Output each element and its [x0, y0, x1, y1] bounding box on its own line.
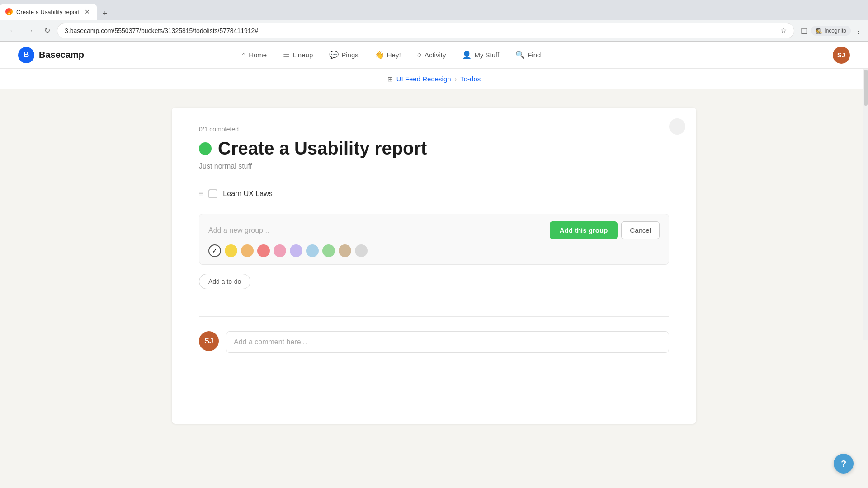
- add-group-input[interactable]: [208, 226, 544, 235]
- scrollbar-thumb[interactable]: [864, 70, 868, 106]
- find-icon: 🔍: [515, 50, 525, 60]
- help-button[interactable]: ?: [834, 454, 854, 474]
- breadcrumb-section-link[interactable]: To-dos: [460, 75, 481, 83]
- comment-placeholder: Add a comment here...: [234, 338, 307, 346]
- home-icon: ⌂: [241, 51, 246, 60]
- tab-title: Create a Usability report: [16, 9, 80, 15]
- pings-icon: 💬: [329, 50, 339, 60]
- browser-controls: ← → ↻ 3.basecamp.com/5550377/buckets/313…: [0, 20, 868, 42]
- add-group-form: Add this group Cancel ✓: [199, 214, 669, 265]
- nav-home[interactable]: ⌂ Home: [233, 47, 275, 63]
- nav-home-label: Home: [249, 51, 267, 59]
- nav-hey-label: Hey!: [387, 51, 401, 59]
- logo-text: Basecamp: [39, 50, 84, 60]
- scrollbar[interactable]: [863, 69, 868, 340]
- page-title: Create a Usability report: [218, 138, 427, 159]
- cancel-button[interactable]: Cancel: [621, 221, 660, 239]
- incognito-icon: 🕵: [816, 28, 822, 34]
- table-row: ≡ Learn UX Laws: [199, 185, 669, 203]
- my-stuff-icon: 👤: [462, 50, 472, 60]
- add-group-buttons: Add this group Cancel: [550, 221, 660, 239]
- nav-links: ⌂ Home ☰ Lineup 💬 Pings 👋 Hey! ○ Activit…: [233, 47, 549, 63]
- comment-section: SJ Add a comment here...: [199, 316, 669, 353]
- color-swatch-orange[interactable]: [241, 244, 254, 257]
- lineup-icon: ☰: [283, 50, 290, 60]
- nav-find-label: Find: [528, 51, 541, 59]
- breadcrumb-area: ⊞ UI Feed Redesign › To-dos: [0, 69, 868, 89]
- nav-my-stuff-label: My Stuff: [474, 51, 499, 59]
- new-tab-button[interactable]: +: [99, 7, 111, 20]
- active-tab[interactable]: 🔥 Create a Usability report ✕: [0, 4, 97, 20]
- url-bar[interactable]: 3.basecamp.com/5550377/buckets/31325815/…: [57, 23, 794, 38]
- nav-pings-label: Pings: [341, 51, 359, 59]
- page-title-row: Create a Usability report: [199, 138, 669, 159]
- color-swatch-green[interactable]: [322, 244, 335, 257]
- completed-label: 0/1 completed: [199, 126, 669, 133]
- todo-checkbox[interactable]: [208, 189, 217, 198]
- nav-activity[interactable]: ○ Activity: [409, 47, 454, 63]
- browser-right-buttons: ◫ 🕵 Incognito ⋮: [801, 26, 863, 36]
- logo[interactable]: B Basecamp: [18, 47, 84, 63]
- url-text: 3.basecamp.com/5550377/buckets/31325815/…: [65, 27, 777, 34]
- color-swatches: ✓: [208, 244, 660, 257]
- breadcrumb: ⊞ UI Feed Redesign › To-dos: [163, 69, 705, 89]
- add-todo-button[interactable]: Add a to-do: [199, 274, 250, 289]
- color-swatch-light-gray[interactable]: [355, 244, 368, 257]
- add-group-top-row: Add this group Cancel: [208, 221, 660, 239]
- content-wrapper: ··· 0/1 completed Create a Usability rep…: [172, 108, 696, 424]
- tab-bar: 🔥 Create a Usability report ✕ +: [0, 0, 868, 20]
- color-swatch-lavender[interactable]: [290, 244, 302, 257]
- app-nav: B Basecamp ⌂ Home ☰ Lineup 💬 Pings 👋 Hey…: [0, 42, 868, 69]
- hey-icon: 👋: [375, 50, 384, 60]
- comment-user-avatar: SJ: [199, 331, 219, 351]
- todo-item-text: Learn UX Laws: [223, 190, 272, 198]
- nav-activity-label: Activity: [425, 51, 446, 59]
- nav-lineup-label: Lineup: [292, 51, 313, 59]
- page-description: Just normal stuff: [199, 162, 669, 170]
- breadcrumb-project-link[interactable]: UI Feed Redesign: [396, 75, 451, 83]
- comment-input-area[interactable]: Add a comment here...: [226, 331, 669, 353]
- color-swatch-pink[interactable]: [257, 244, 270, 257]
- color-swatch-tan[interactable]: [339, 244, 351, 257]
- browser-chrome: 🔥 Create a Usability report ✕ + ← → ↻ 3.…: [0, 0, 868, 42]
- color-swatch-none[interactable]: ✓: [208, 244, 221, 257]
- back-button[interactable]: ←: [5, 23, 20, 38]
- todo-list: ≡ Learn UX Laws: [199, 185, 669, 203]
- drag-handle-icon[interactable]: ≡: [199, 190, 203, 198]
- nav-lineup[interactable]: ☰ Lineup: [275, 47, 321, 63]
- user-avatar[interactable]: SJ: [833, 47, 850, 64]
- color-swatch-light-pink[interactable]: [274, 244, 286, 257]
- nav-my-stuff[interactable]: 👤 My Stuff: [454, 47, 507, 63]
- add-group-button[interactable]: Add this group: [550, 221, 618, 239]
- breadcrumb-separator: ›: [455, 75, 457, 83]
- main-container: ··· 0/1 completed Create a Usability rep…: [163, 89, 705, 442]
- color-swatch-yellow[interactable]: [225, 244, 237, 257]
- forward-button[interactable]: →: [23, 23, 37, 38]
- incognito-badge: 🕵 Incognito: [811, 26, 851, 36]
- reload-button[interactable]: ↻: [40, 23, 54, 38]
- logo-icon: B: [18, 47, 34, 63]
- extensions-icon[interactable]: ◫: [801, 26, 807, 35]
- nav-hey[interactable]: 👋 Hey!: [367, 47, 409, 63]
- status-dot: [199, 142, 212, 155]
- browser-menu-icon[interactable]: ⋮: [854, 26, 863, 36]
- breadcrumb-project-icon: ⊞: [387, 75, 393, 83]
- color-swatch-blue[interactable]: [306, 244, 319, 257]
- bookmark-icon[interactable]: ☆: [780, 26, 787, 35]
- activity-icon: ○: [417, 51, 422, 60]
- tab-favicon: 🔥: [5, 8, 13, 15]
- nav-find[interactable]: 🔍 Find: [507, 47, 549, 63]
- tab-close-button[interactable]: ✕: [83, 8, 91, 16]
- incognito-label: Incognito: [824, 28, 846, 34]
- nav-pings[interactable]: 💬 Pings: [321, 47, 367, 63]
- more-options-button[interactable]: ···: [669, 118, 685, 135]
